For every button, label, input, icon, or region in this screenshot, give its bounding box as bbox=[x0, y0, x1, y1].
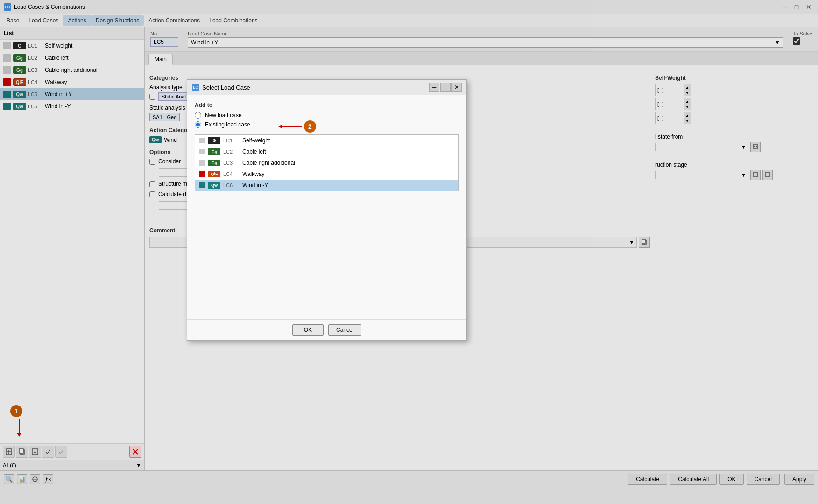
modal-list-item-lc3[interactable]: Gg LC3 Cable right additional bbox=[195, 157, 458, 168]
modal-lc3-badge: Gg bbox=[208, 160, 220, 166]
select-load-case-modal: LC Select Load Case ─ □ ✕ Add to New loa… bbox=[187, 79, 467, 341]
modal-lc2-color bbox=[199, 149, 205, 154]
modal-lc3-id: LC3 bbox=[223, 160, 240, 166]
modal-icon: LC bbox=[192, 84, 199, 91]
modal-lc2-id: LC2 bbox=[223, 149, 240, 154]
add-to-label: Add to bbox=[195, 102, 459, 108]
modal-restore-button[interactable]: □ bbox=[440, 83, 451, 92]
modal-title: Select Load Case bbox=[202, 84, 250, 91]
annotation-circle-2: 2 bbox=[304, 120, 316, 133]
modal-list-item-lc1[interactable]: G LC1 Self-weight bbox=[195, 135, 458, 146]
modal-close-button[interactable]: ✕ bbox=[451, 83, 462, 92]
modal-lc6-name: Wind in -Y bbox=[242, 182, 455, 189]
modal-lc4-badge: QlF bbox=[208, 171, 220, 177]
modal-lc3-name: Cable right additional bbox=[242, 160, 455, 166]
modal-spacer bbox=[195, 191, 459, 313]
modal-lc4-color bbox=[199, 171, 205, 177]
modal-lc1-badge: G bbox=[208, 137, 220, 144]
modal-lc2-badge: Gg bbox=[208, 148, 220, 155]
modal-list-item-lc2[interactable]: Gg LC2 Cable left bbox=[195, 146, 458, 157]
modal-overlay: LC Select Load Case ─ □ ✕ Add to New loa… bbox=[0, 0, 818, 504]
modal-ok-button[interactable]: OK bbox=[292, 324, 324, 336]
modal-lc6-color bbox=[199, 182, 205, 188]
radio-existing-label: Existing load case bbox=[205, 121, 250, 128]
modal-list-item-lc6[interactable]: Qw LC6 Wind in -Y bbox=[195, 180, 458, 191]
radio-existing-load-case[interactable] bbox=[195, 121, 201, 128]
modal-cancel-button[interactable]: Cancel bbox=[328, 324, 361, 336]
modal-lc1-color bbox=[199, 138, 205, 143]
modal-lc4-id: LC4 bbox=[223, 171, 240, 177]
annotation-arrowhead bbox=[278, 124, 282, 129]
radio-new-label: New load case bbox=[205, 112, 242, 119]
annotation-2-group: 2 bbox=[279, 120, 316, 133]
modal-lc1-id: LC1 bbox=[223, 138, 240, 143]
modal-lc1-name: Self-weight bbox=[242, 137, 455, 144]
radio-new-load-case[interactable] bbox=[195, 112, 201, 119]
annotation-arrow-line bbox=[279, 126, 302, 127]
modal-lc6-badge: Qw bbox=[208, 182, 220, 189]
modal-load-case-list: G LC1 Self-weight Gg LC2 Cable left Gg L… bbox=[195, 134, 459, 191]
modal-title-bar: LC Select Load Case ─ □ ✕ bbox=[187, 80, 466, 95]
modal-footer: OK Cancel bbox=[187, 319, 466, 340]
radio-existing-row: Existing load case 2 bbox=[195, 121, 459, 128]
modal-lc3-color bbox=[199, 160, 205, 166]
modal-list-item-lc4[interactable]: QlF LC4 Walkway bbox=[195, 168, 458, 180]
modal-minimize-button[interactable]: ─ bbox=[429, 83, 439, 92]
radio-group: New load case Existing load case 2 bbox=[195, 112, 459, 128]
modal-controls: ─ □ ✕ bbox=[429, 83, 462, 92]
modal-body: Add to New load case Existing load case … bbox=[187, 95, 466, 319]
modal-lc2-name: Cable left bbox=[242, 148, 455, 155]
modal-lc6-id: LC6 bbox=[223, 182, 240, 188]
modal-lc4-name: Walkway bbox=[242, 171, 455, 177]
radio-new-row: New load case bbox=[195, 112, 459, 119]
